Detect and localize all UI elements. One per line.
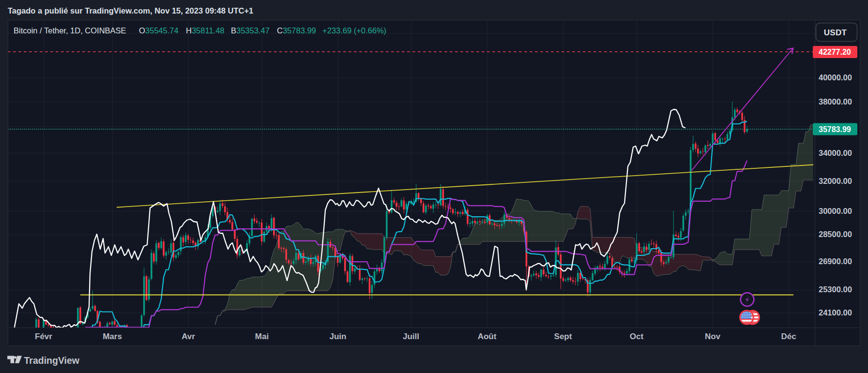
svg-text:Févr: Févr: [35, 332, 52, 341]
svg-text:Oct: Oct: [630, 332, 644, 341]
svg-text:B35353.47: B35353.47: [231, 26, 270, 35]
svg-text:38000.00: 38000.00: [819, 97, 852, 106]
svg-text:Déc: Déc: [781, 332, 796, 341]
svg-text:Bitcoin / Tether, 1D, COINBASE: Bitcoin / Tether, 1D, COINBASE: [14, 26, 126, 35]
svg-text:O35545.74: O35545.74: [139, 26, 179, 35]
svg-text:+233.69 (+0.66%): +233.69 (+0.66%): [322, 26, 386, 35]
svg-text:H35811.48: H35811.48: [186, 26, 225, 35]
svg-text:Mars: Mars: [103, 332, 122, 341]
svg-text:Tagado a publié sur TradingVie: Tagado a publié sur TradingView.com, Nov…: [8, 6, 253, 15]
svg-text:USDT: USDT: [824, 28, 847, 37]
svg-text:Avr: Avr: [182, 332, 195, 341]
svg-text:Juin: Juin: [330, 332, 347, 341]
svg-text:40000.00: 40000.00: [819, 73, 852, 82]
svg-text:TradingView: TradingView: [24, 355, 80, 366]
svg-text:24100.00: 24100.00: [819, 308, 852, 317]
svg-text:34000.00: 34000.00: [819, 149, 852, 157]
svg-text:C35783.99: C35783.99: [277, 26, 316, 35]
svg-text:26900.00: 26900.00: [819, 257, 852, 266]
svg-text:Juill: Juill: [403, 332, 419, 341]
svg-text:Août: Août: [478, 332, 497, 341]
svg-text:32000.00: 32000.00: [819, 177, 852, 185]
svg-text:35783.99: 35783.99: [819, 125, 851, 134]
svg-text:Mai: Mai: [255, 332, 269, 341]
svg-text:42277.20: 42277.20: [819, 48, 851, 56]
svg-text:30000.00: 30000.00: [819, 207, 852, 215]
svg-text:28500.00: 28500.00: [819, 230, 852, 239]
svg-text:25300.00: 25300.00: [819, 285, 852, 294]
svg-text:Sept: Sept: [554, 332, 572, 341]
svg-text:Nov: Nov: [705, 332, 721, 341]
